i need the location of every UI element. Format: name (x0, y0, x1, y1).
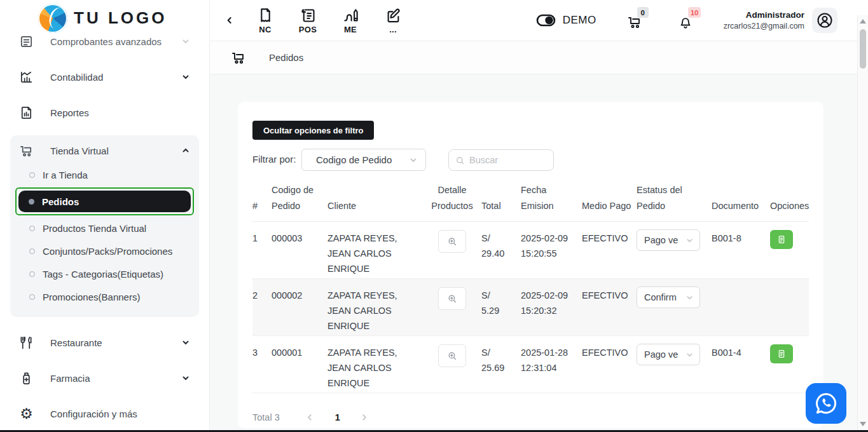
sidebar-item-label: Contabilidad (50, 72, 165, 83)
chart-icon (19, 70, 34, 84)
row-number: 1 (252, 231, 272, 246)
sidebar-item-configuracion[interactable]: ⚙ Configuración y más (10, 401, 199, 426)
order-status-select[interactable]: Pago ve (637, 229, 700, 251)
currency: S/ (481, 288, 516, 304)
col-header: Documento (712, 198, 770, 214)
compose-icon (385, 7, 402, 24)
search-input[interactable] (469, 155, 539, 165)
cart-button[interactable]: 0 (627, 11, 645, 30)
radio-circle-icon (29, 248, 35, 254)
sidebar-item-farmacia[interactable]: Farmacia (10, 365, 199, 391)
payment-method: EFECTIVO (582, 346, 637, 361)
vertical-scrollbar[interactable] (857, 15, 868, 430)
order-total: S/ 29.40 (481, 231, 521, 262)
scrollbar-thumb[interactable] (860, 29, 866, 69)
zoom-in-icon (447, 351, 458, 361)
col-header: Detalle Productos (423, 182, 481, 213)
order-code: 000003 (272, 231, 327, 246)
sidebar-item-comprobantes-avanzados[interactable]: Comprobantes avanzados (10, 36, 199, 54)
report-icon (19, 105, 34, 120)
pos-receipt-icon (300, 7, 317, 24)
chevron-up-icon (181, 146, 190, 155)
total-amount: 25.69 (481, 361, 516, 376)
toggle-icon (536, 12, 556, 29)
order-status-select[interactable]: Confirm (637, 287, 700, 308)
view-products-button[interactable] (438, 287, 466, 310)
scroll-up-arrow[interactable] (860, 19, 866, 24)
radio-circle-icon (29, 294, 35, 300)
chevron-down-icon (685, 351, 694, 359)
avatar-icon (816, 11, 834, 29)
sidebar-item-label: Restaurante (50, 337, 165, 348)
sidebar-subitem-promociones-banners[interactable]: Promociones(Banners) (10, 285, 199, 308)
pagination-total: Total 3 (252, 412, 280, 422)
credit-note-icon (257, 7, 274, 24)
sidebar-subitem-productos-tienda-virtual[interactable]: Productos Tienda Virtual (10, 217, 199, 240)
sidebar-item-contabilidad[interactable]: Contabilidad (10, 64, 199, 90)
shortcut-pos[interactable]: POS (293, 7, 322, 34)
shortcut-me[interactable]: ME (336, 7, 365, 34)
status-cell: Confirm (637, 288, 712, 308)
hide-filters-button[interactable]: Ocultar opciones de filtro (252, 121, 374, 140)
options-button[interactable] (770, 344, 793, 363)
next-page-button[interactable] (360, 413, 369, 422)
client-name: ZAPATA REYES, JEAN CARLOS ENRIQUE (327, 346, 423, 391)
sidebar: TU LOGO Comprobantes avanzados Contabili… (0, 0, 210, 432)
document-icon (776, 234, 787, 245)
orders-table: # Codigo de Pedido Cliente Detalle Produ… (252, 182, 809, 393)
sidebar-subitem-label: Tags - Categorias(Etiquetas) (43, 269, 163, 280)
view-products-button[interactable] (438, 344, 466, 367)
brand-logo-icon (38, 4, 67, 33)
sidebar-item-restaurante[interactable]: Restaurante (10, 330, 199, 355)
zoom-in-icon (447, 294, 458, 304)
sidebar-subitem-tags-categorias[interactable]: Tags - Categorias(Etiquetas) (10, 262, 199, 285)
chevron-down-icon (181, 374, 190, 382)
options-button[interactable] (770, 230, 793, 249)
chevron-down-icon (685, 236, 694, 245)
cart-badge: 0 (637, 7, 649, 18)
table-row: 1 000003 ZAPATA REYES, JEAN CARLOS ENRIQ… (252, 222, 809, 279)
sidebar-subitem-pedidos[interactable]: Pedidos (18, 191, 191, 212)
shortcut-nc[interactable]: NC (251, 7, 280, 34)
previous-page-button[interactable] (305, 413, 314, 422)
notifications-button[interactable]: 10 (678, 11, 696, 30)
sidebar-item-label: Farmacia (50, 373, 165, 384)
order-code: 000001 (272, 346, 327, 361)
radio-circle-icon (29, 271, 35, 277)
page-number[interactable]: 1 (333, 412, 342, 422)
radio-circle-icon (29, 172, 35, 178)
user-name: Administrador (724, 10, 804, 21)
chevron-down-icon (685, 294, 694, 302)
scroll-down-arrow[interactable] (860, 422, 866, 426)
brand-logo[interactable]: TU LOGO (0, 0, 209, 36)
filter-row: Filtrar por: Codigo de Pedido (252, 149, 809, 172)
collapse-sidebar-button[interactable] (220, 11, 239, 30)
cart-icon (19, 144, 34, 158)
col-header: Cliente (327, 198, 423, 214)
topbar: NC POS ME ... DEMO 0 10 Administrador (210, 0, 868, 41)
sidebar-menu: Comprobantes avanzados Contabilidad Repo… (0, 36, 209, 430)
product-detail-cell (423, 288, 481, 310)
sidebar-subitem-conjuntos-packs-promociones[interactable]: Conjuntos/Packs/Promociones (10, 240, 199, 262)
whatsapp-button[interactable] (806, 383, 846, 424)
order-status-select[interactable]: Pago ve (637, 344, 700, 365)
chevron-down-icon (181, 72, 190, 81)
table-row: 3 000001 ZAPATA REYES, JEAN CARLOS ENRIQ… (252, 336, 809, 393)
client-name: ZAPATA REYES, JEAN CARLOS ENRIQUE (327, 231, 423, 277)
sidebar-item-tienda-virtual[interactable]: Tienda Virtual (10, 138, 199, 163)
view-products-button[interactable] (438, 230, 466, 253)
sidebar-subitem-label: Conjuntos/Packs/Promociones (43, 246, 172, 257)
radio-circle-icon (29, 226, 35, 231)
sidebar-subitem-label: Productos Tienda Virtual (43, 223, 146, 234)
shortcut-more[interactable]: ... (378, 7, 408, 34)
col-header: # (252, 198, 272, 214)
filter-field-select[interactable]: Codigo de Pedido (301, 149, 426, 171)
date: 2025-02-09 (521, 288, 577, 304)
chevron-down-icon (409, 156, 418, 165)
user-avatar[interactable] (812, 8, 837, 33)
notifications-badge: 10 (688, 7, 701, 18)
demo-toggle[interactable]: DEMO (536, 12, 596, 29)
sidebar-item-reportes[interactable]: Reportes (10, 100, 199, 125)
sidebar-subitem-ir-a-tienda[interactable]: Ir a Tienda (10, 163, 199, 186)
col-header: Codigo de Pedido (272, 182, 327, 213)
